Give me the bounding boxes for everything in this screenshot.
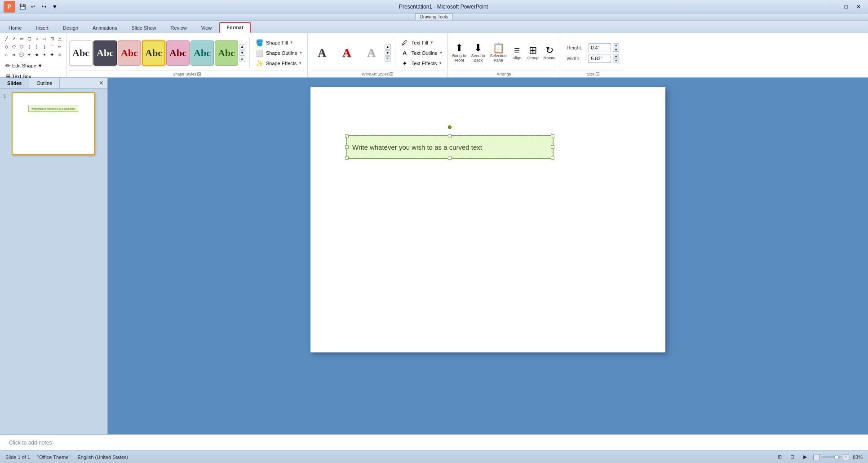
tab-home[interactable]: Home [2,23,28,33]
zoom-in-button[interactable]: + [843,454,849,460]
group-button[interactable]: ⊞ Group [526,44,540,62]
shape-brace-left[interactable]: { [26,43,33,50]
handle-bottom-middle[interactable] [448,156,452,160]
height-spin-up[interactable]: ▲ [613,43,619,47]
shape-style-pink[interactable]: Abc [166,40,190,66]
tab-design[interactable]: Design [56,23,85,33]
shape-star6[interactable]: ✶ [41,51,48,58]
shape-smiley[interactable]: ☺ [56,51,63,58]
outline-tab[interactable]: Outline [29,78,60,88]
bring-to-front-button[interactable]: ⬆ Bring toFront [451,42,468,64]
text-outline-button[interactable]: A Text Outline ▼ [398,48,445,58]
handle-middle-left[interactable] [345,145,349,149]
shape-style-scroll-up[interactable]: ▲ [239,44,245,49]
slides-tab[interactable]: Slides [0,78,29,88]
shape-line[interactable]: ╱ [3,35,10,42]
shape-style-teal[interactable]: Abc [190,40,214,66]
rotate-button[interactable]: ↻ Rotate [542,44,558,62]
shape-arrow-line[interactable]: ↗ [10,35,18,42]
size-expand[interactable]: ↘ [596,72,599,76]
redo-button[interactable]: ↪ [40,2,49,11]
wordart-gray[interactable]: A [360,40,383,66]
handle-top-right[interactable] [551,134,554,138]
handle-bottom-right[interactable] [551,156,554,160]
notes-area[interactable]: Click to add notes [0,434,868,450]
slideshow-btn[interactable]: ▶ [801,453,810,461]
height-spin-down[interactable]: ▼ [613,48,619,52]
shape-pentagon[interactable]: ⬠ [10,43,18,50]
shape-outline-button[interactable]: ⬜ Shape Outline ▼ [252,48,305,58]
text-effects-button[interactable]: ✦ Text Effects ▼ [398,58,445,68]
edit-shape-button[interactable]: ✏ Edit Shape ▼ [3,61,63,71]
panel-close-button[interactable]: ✕ [95,78,107,88]
tab-animations[interactable]: Animations [86,23,124,33]
undo-button[interactable]: ↩ [29,2,38,11]
shape-curve[interactable]: ⌒ [49,43,56,50]
minimize-button[interactable]: ─ [828,2,839,12]
wordart-scroll-up[interactable]: ▲ [385,45,391,50]
shape-fill-button[interactable]: 🪣 Shape Fill ▼ [252,38,305,48]
shape-style-yellow[interactable]: Abc [142,40,165,66]
shape-effects-button[interactable]: ✨ Shape Effects ▼ [252,58,305,68]
zoom-track[interactable] [821,456,841,458]
shape-block-arrow[interactable]: ⇒ [10,51,18,58]
shape-style-dark[interactable]: Abc [93,40,117,66]
normal-view-btn[interactable]: ⊞ [775,453,784,461]
save-button[interactable]: 💾 [18,2,27,11]
slide-thumbnail-1[interactable]: Write whatever you wish to as a curved t… [12,92,95,155]
shape-arc[interactable]: ∩ [3,51,10,58]
close-button[interactable]: ✕ [853,2,864,12]
shape-cross[interactable]: ✚ [49,51,56,58]
shape-bracket[interactable]: [ [41,43,48,50]
shape-style-plain[interactable]: Abc [69,40,93,66]
align-button[interactable]: ≡ Align [510,44,524,62]
shape-isosceles[interactable]: △ [56,35,63,42]
width-spin-down[interactable]: ▼ [613,58,619,62]
shape-triangle-rt[interactable]: ◹ [49,35,56,42]
shape-star4[interactable]: ✦ [26,51,33,58]
shape-circle[interactable]: ○ [33,35,40,42]
text-box-selected[interactable]: Write whatever you wish to as a curved t… [346,136,553,158]
shape-star5[interactable]: ★ [33,51,40,58]
shape-hexagon[interactable]: ⬡ [18,43,25,50]
zoom-out-button[interactable]: − [813,454,819,460]
wordart-scroll-down[interactable]: ▼ [385,50,391,56]
maximize-button[interactable]: □ [840,2,852,12]
shape-styles-expand[interactable]: ↘ [197,72,201,76]
shape-style-red[interactable]: Abc [118,40,141,66]
zoom-thumb[interactable] [834,455,839,459]
tab-view[interactable]: View [195,23,219,33]
shape-diamond[interactable]: ◇ [3,43,10,50]
handle-middle-right[interactable] [551,145,554,149]
quick-access-dropdown[interactable]: ▼ [50,2,59,11]
handle-bottom-left[interactable] [345,156,349,160]
shape-rounded-rect[interactable]: ▢ [26,35,33,42]
tab-insert[interactable]: Insert [29,23,55,33]
handle-top-left[interactable] [345,134,349,138]
wordart-expand[interactable]: ≡ [385,56,391,62]
tab-slide-show[interactable]: Slide Show [125,23,163,33]
shape-style-scroll-down[interactable]: ▼ [239,50,245,56]
width-input[interactable] [589,54,611,63]
height-input[interactable] [589,43,611,52]
width-spin-up[interactable]: ▲ [613,54,619,58]
shape-style-expand[interactable]: ≡ [239,57,245,62]
tab-format[interactable]: Format [219,22,250,33]
wordart-plain[interactable]: A [310,40,334,66]
selection-pane-button[interactable]: 📋 SelectionPane [488,42,509,64]
shape-oval[interactable]: ⬭ [41,35,48,42]
shape-style-light-green[interactable]: Abc [215,40,238,66]
shape-callout[interactable]: 💬 [18,51,25,58]
shape-freeform[interactable]: ✏ [56,43,63,50]
wordart-expand-btn[interactable]: ↘ [390,72,393,76]
handle-top-middle[interactable] [448,134,452,138]
send-to-back-button[interactable]: ⬇ Send toBack [469,42,487,64]
tab-review[interactable]: Review [164,23,194,33]
text-fill-button[interactable]: 🖊 Text Fill ▼ [398,38,445,48]
shape-brace-right[interactable]: } [33,43,40,50]
wordart-red[interactable]: A [335,40,359,66]
shape-rect[interactable]: ▭ [18,35,25,42]
slide-canvas[interactable]: Write whatever you wish to as a curved t… [310,87,665,352]
handle-rotate[interactable] [448,125,452,129]
slide-sorter-btn[interactable]: ⊟ [788,453,797,461]
